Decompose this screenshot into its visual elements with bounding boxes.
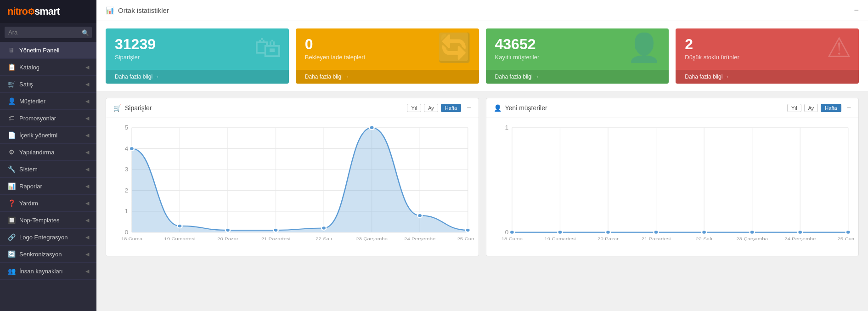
stat-footer-link-0[interactable]: Daha fazla bilgi → (115, 74, 159, 80)
sidebar-item-yardim[interactable]: ❓ Yardım ◀ (0, 195, 96, 212)
chart-btn-Hafta-siparisler[interactable]: Hafta (441, 104, 461, 112)
nav-arrow-yapilandirma: ◀ (85, 149, 89, 155)
chart-controls-yeni-musteriler: YılAyHafta − (787, 104, 851, 112)
sidebar-item-musteriler[interactable]: 👤 Müşteriler ◀ (0, 93, 96, 110)
nav-icon-yardim: ❓ (7, 199, 16, 207)
nav-icon-katalog: 📋 (7, 63, 16, 71)
stats-chart-icon: 📊 (106, 6, 114, 15)
nav-label-yonetim: Yönetim Paneli (19, 47, 59, 54)
stat-card-1: 0 Bekleyen iade talepleri 🔄 Daha fazla b… (296, 28, 479, 84)
sidebar-item-raporlar[interactable]: 📊 Raporlar ◀ (0, 178, 96, 195)
search-box[interactable]: 🔍 (0, 23, 96, 42)
svg-point-30 (225, 228, 230, 232)
nav-label-yardim: Yardım (19, 200, 38, 207)
svg-point-57 (558, 230, 562, 234)
nav-label-raporlar: Raporlar (19, 183, 42, 190)
nav-icon-insan: 👥 (7, 267, 16, 275)
sidebar: nitro⚙smart 🔍 🖥 Yönetim Paneli 📋 Katalog… (0, 0, 96, 311)
svg-text:25 Cuma: 25 Cuma (457, 236, 473, 241)
stat-footer-link-2[interactable]: Daha fazla bilgi → (495, 74, 540, 80)
nav-label-musteriler: Müşteriler (19, 98, 45, 105)
nav-arrow-raporlar: ◀ (85, 183, 89, 189)
chart-btn-Hafta-yeni-musteriler[interactable]: Hafta (821, 104, 841, 112)
stat-cards: 31239 Siparişler 🛍 Daha fazla bilgi → 0 … (96, 21, 868, 91)
svg-text:5: 5 (124, 124, 128, 131)
nav-arrow-nop: ◀ (85, 217, 89, 223)
chart-btn-Ay-yeni-musteriler[interactable]: Ay (804, 104, 818, 112)
chart-panel-siparisler: 🛒 Siparişler YılAyHafta − 01234518 Cuma1… (106, 98, 479, 256)
stat-bg-icon-2: 👤 (627, 34, 661, 62)
chart-icon-yeni-musteriler: 👤 (494, 104, 502, 112)
search-input[interactable] (5, 27, 92, 38)
nav-icon-logo: 🔗 (7, 233, 16, 241)
sidebar-item-insan[interactable]: 👥 İnsan kaynakları ◀ (0, 263, 96, 280)
sidebar-item-yapilandirma[interactable]: ⚙ Yapılandırma ◀ (0, 144, 96, 161)
nav-icon-nop: 🔲 (7, 216, 16, 224)
nav-icon-sistem: 🔧 (7, 165, 16, 173)
svg-point-29 (177, 224, 182, 228)
stat-number-3: 2 (685, 36, 850, 53)
chart-minimize-yeni-musteriler[interactable]: − (847, 104, 851, 112)
sidebar-item-logo[interactable]: 🔗 Logo Entegrasyon ◀ (0, 229, 96, 246)
svg-point-34 (417, 214, 422, 218)
stat-footer-link-3[interactable]: Daha fazla bilgi → (685, 74, 729, 80)
logo: nitro⚙smart (0, 0, 96, 23)
nav-label-yapilandirma: Yapılandırma (19, 149, 54, 156)
chart-body-yeni-musteriler: 0118 Cuma19 Cumartesi20 Pazar21 Pazartes… (486, 118, 859, 256)
nav-label-sistem: Sistem (19, 166, 38, 173)
sidebar-item-nop[interactable]: 🔲 Nop-Templates ◀ (0, 212, 96, 229)
main-content: 📊 Ortak istatistikler − 31239 Siparişler… (96, 0, 868, 311)
svg-point-32 (321, 226, 326, 230)
chart-header-yeni-musteriler: 👤 Yeni müşteriler YılAyHafta − (486, 98, 859, 118)
stat-bg-icon-1: 🔄 (437, 34, 472, 62)
nav-icon-yonetim: 🖥 (7, 46, 16, 54)
nav-arrow-senkron: ◀ (85, 251, 89, 257)
chart-title-siparisler: 🛒 Siparişler (113, 104, 152, 112)
nav-label-satis: Satış (19, 81, 33, 88)
svg-text:1: 1 (505, 124, 508, 131)
chart-minimize-siparisler[interactable]: − (467, 104, 471, 112)
chart-btn-Yıl-siparisler[interactable]: Yıl (407, 104, 421, 112)
logo-text: nitro⚙smart (7, 6, 60, 17)
chart-title-text-yeni-musteriler: Yeni müşteriler (505, 104, 547, 112)
sidebar-item-icerik[interactable]: 📄 İçerik yönetimi ◀ (0, 127, 96, 144)
stat-footer-0[interactable]: Daha fazla bilgi → (106, 70, 289, 84)
stat-footer-1[interactable]: Daha fazla bilgi → (296, 70, 479, 84)
nav-icon-satis: 🛒 (7, 80, 16, 88)
nav-icon-promosyonlar: 🏷 (7, 114, 16, 122)
sidebar-item-katalog[interactable]: 📋 Katalog ◀ (0, 59, 96, 76)
svg-point-60 (702, 230, 706, 234)
stat-footer-3[interactable]: Daha fazla bilgi → (676, 70, 859, 84)
svg-point-61 (750, 230, 754, 234)
sidebar-item-promosyonlar[interactable]: 🏷 Promosyonlar ◀ (0, 110, 96, 127)
nav-icon-yapilandirma: ⚙ (7, 148, 16, 156)
svg-point-56 (509, 230, 514, 234)
chart-btn-Ay-siparisler[interactable]: Ay (424, 104, 438, 112)
sidebar-item-satis[interactable]: 🛒 Satış ◀ (0, 76, 96, 93)
svg-point-62 (798, 230, 802, 234)
stat-footer-2[interactable]: Daha fazla bilgi → (486, 70, 669, 84)
sidebar-item-sistem[interactable]: 🔧 Sistem ◀ (0, 161, 96, 178)
sidebar-item-senkron[interactable]: 🔄 Senkronizasyon ◀ (0, 246, 96, 263)
nav-icon-raporlar: 📊 (7, 182, 16, 190)
nav-arrow-musteriler: ◀ (85, 98, 89, 104)
sidebar-item-yonetim[interactable]: 🖥 Yönetim Paneli (0, 42, 96, 59)
stats-header-title: 📊 Ortak istatistikler (106, 6, 169, 20)
chart-btn-Yıl-yeni-musteriler[interactable]: Yıl (787, 104, 801, 112)
nav-arrow-sistem: ◀ (85, 166, 89, 172)
svg-point-58 (605, 230, 610, 234)
stat-card-2: 43652 Kayıtlı müşteriler 👤 Daha fazla bi… (486, 28, 669, 84)
stats-minimize-button[interactable]: − (854, 6, 859, 21)
svg-text:24 Perşembe: 24 Perşembe (404, 236, 435, 241)
nav-arrow-katalog: ◀ (85, 64, 89, 70)
chart-controls-siparisler: YılAyHafta − (407, 104, 471, 112)
chart-icon-siparisler: 🛒 (113, 104, 121, 112)
svg-point-35 (466, 228, 470, 232)
stat-label-3: Düşük stoklu ürünler (685, 54, 850, 61)
stats-section-header: 📊 Ortak istatistikler − (96, 0, 868, 21)
nav-arrow-icerik: ◀ (85, 132, 89, 138)
nav-label-logo: Logo Entegrasyon (19, 234, 68, 241)
nav-arrow-yardim: ◀ (85, 200, 89, 206)
stat-bg-icon-0: 🛍 (254, 34, 282, 62)
stat-footer-link-1[interactable]: Daha fazla bilgi → (305, 74, 349, 80)
